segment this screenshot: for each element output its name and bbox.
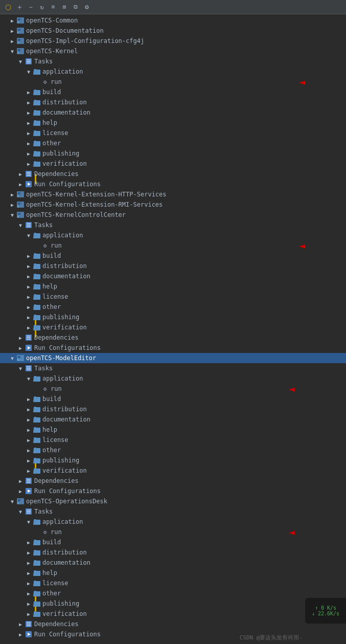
tree-item-openTCS-Documentation[interactable]: ⚙ openTCS-Documentation — [0, 26, 346, 36]
arrow-openTCS-Impl[interactable] — [8, 37, 16, 45]
columns-icon[interactable]: ⊞ — [60, 3, 68, 11]
tree-item-od-application[interactable]: application — [0, 517, 346, 527]
arrow-od-application[interactable] — [25, 518, 33, 526]
tree-item-kcc-dependencies[interactable]: Dependencies — [0, 332, 346, 343]
tree-item-rmi-services[interactable]: ⚙ openTCS-Kernel-Extension-RMI-Services — [0, 199, 346, 210]
arrow-kcc-help[interactable] — [25, 282, 33, 291]
tree-item-me-documentation[interactable]: documentation — [0, 414, 346, 425]
arrow-me-distribution[interactable] — [25, 405, 33, 413]
tree-item-kcc-run-configs[interactable]: Run Configurations — [0, 343, 346, 353]
tree-item-kernel-tasks[interactable]: Tasks — [0, 56, 346, 66]
tree-item-me-other[interactable]: other — [0, 445, 346, 455]
arrow-rmi-services[interactable] — [8, 201, 16, 209]
arrow-kernel-license[interactable] — [25, 129, 33, 137]
tree-item-od-dependencies[interactable]: Dependencies — [0, 619, 346, 629]
arrow-kernel-other[interactable] — [25, 139, 33, 147]
tree-item-kernel-dependencies[interactable]: Dependencies — [0, 169, 346, 179]
tree-item-me-dependencies[interactable]: Dependencies — [0, 476, 346, 486]
arrow-kernel-build[interactable] — [25, 88, 33, 96]
arrow-od-other[interactable] — [25, 589, 33, 597]
add-icon[interactable]: ＋ — [15, 3, 24, 11]
arrow-me-help[interactable] — [25, 426, 33, 434]
arrow-kcc-tasks[interactable] — [16, 221, 25, 229]
tree-item-kcc-distribution[interactable]: distribution — [0, 261, 346, 271]
tree-item-kernel-other[interactable]: other — [0, 138, 346, 148]
arrow-kernel-application[interactable] — [25, 68, 33, 76]
arrow-me-tasks[interactable] — [16, 364, 25, 372]
tree-item-kcc-run[interactable]: run ◄ — [0, 240, 346, 251]
tree-item-kcc-application[interactable]: application — [0, 230, 346, 240]
arrow-me-verification[interactable] — [25, 467, 33, 475]
arrow-od-verification[interactable] — [25, 610, 33, 618]
tree-item-od-tasks[interactable]: Tasks — [0, 506, 346, 517]
tree-item-od-publishing[interactable]: publishing — [0, 598, 346, 609]
tree-item-kernel-run[interactable]: run ◄ — [0, 77, 346, 87]
tree-item-me-verification[interactable]: verification — [0, 465, 346, 476]
align-icon[interactable]: ≡ — [49, 3, 57, 11]
arrow-od-distribution[interactable] — [25, 548, 33, 557]
arrow-kernel-documentation[interactable] — [25, 108, 33, 117]
tree-item-me-distribution[interactable]: distribution — [0, 404, 346, 414]
sync-icon[interactable]: ↻ — [38, 3, 46, 11]
arrow-kernel-dependencies[interactable] — [16, 170, 25, 178]
arrow-me-other[interactable] — [25, 446, 33, 454]
arrow-openTCS-Kernel[interactable] — [8, 47, 16, 55]
tree-item-kernel-application[interactable]: application — [0, 66, 346, 77]
arrow-kcc-run-configs[interactable] — [16, 344, 25, 352]
arrow-kernel-distribution[interactable] — [25, 98, 33, 106]
minus-icon[interactable]: － — [27, 3, 35, 11]
arrow-kcc-other[interactable] — [25, 303, 33, 311]
tree-item-openTCS-Impl-Configuration-cfg4j[interactable]: ⚙ openTCS-Impl-Configuration-cfg4j — [0, 36, 346, 46]
arrow-kcc-license[interactable] — [25, 293, 33, 301]
arrow-kernel-verification[interactable] — [25, 160, 33, 168]
arrow-od-documentation[interactable] — [25, 559, 33, 567]
arrow-me-application[interactable] — [25, 374, 33, 383]
arrow-kernel-help[interactable] — [25, 119, 33, 127]
tree-item-kcc-tasks[interactable]: Tasks — [0, 220, 346, 230]
arrow-model-editor[interactable] — [8, 354, 16, 362]
arrow-ops-desk[interactable] — [8, 497, 16, 505]
arrow-kcc-build[interactable] — [25, 252, 33, 260]
tree-item-me-run-configs[interactable]: Run Configurations — [0, 486, 346, 496]
tree-item-kcc-publishing[interactable]: publishing — [0, 312, 346, 322]
tree-item-kernel-license[interactable]: license — [0, 128, 346, 138]
tree-item-kcc-other[interactable]: other — [0, 302, 346, 312]
arrow-kernel-publishing[interactable] — [25, 149, 33, 158]
arrow-kcc-distribution[interactable] — [25, 262, 33, 270]
tree-item-kernel-build[interactable]: build — [0, 87, 346, 97]
arrow-kcc[interactable] — [8, 211, 16, 219]
arrow-od-help[interactable] — [25, 569, 33, 577]
settings-icon[interactable]: ⚙ — [83, 3, 91, 11]
tree-item-model-editor[interactable]: ⚙ openTCS-ModelEditor — [0, 353, 346, 363]
arrow-kernel-tasks[interactable] — [16, 57, 25, 65]
tree-item-od-documentation[interactable]: documentation — [0, 558, 346, 568]
tree-item-kcc-documentation[interactable]: documentation — [0, 271, 346, 281]
arrow-kcc-dependencies[interactable] — [16, 334, 25, 342]
arrow-od-license[interactable] — [25, 579, 33, 587]
tree-item-ops-desk[interactable]: ⚙ openTCS-OperationsDesk — [0, 496, 346, 506]
tree-item-me-help[interactable]: help — [0, 425, 346, 435]
tree-item-http-services[interactable]: ⚙ openTCS-Kernel-Extension-HTTP-Services — [0, 189, 346, 199]
arrow-kcc-publishing[interactable] — [25, 313, 33, 321]
arrow-od-publishing[interactable] — [25, 599, 33, 608]
tree-item-kernel-distribution[interactable]: distribution — [0, 97, 346, 107]
arrow-od-tasks[interactable] — [16, 507, 25, 516]
arrow-me-documentation[interactable] — [25, 415, 33, 424]
tree-item-me-license[interactable]: license — [0, 435, 346, 445]
tree-item-me-run[interactable]: run ◄ — [0, 384, 346, 394]
tree-item-kcc-license[interactable]: license — [0, 292, 346, 302]
tree-item-me-application[interactable]: application — [0, 373, 346, 384]
tree-item-kcc[interactable]: ⚙ openTCS-KernelControlCenter — [0, 210, 346, 220]
arrow-me-build[interactable] — [25, 395, 33, 403]
tree-item-od-help[interactable]: help — [0, 568, 346, 578]
arrow-me-publishing[interactable] — [25, 456, 33, 464]
arrow-kcc-documentation[interactable] — [25, 272, 33, 280]
tree-item-od-run[interactable]: run ◄ — [0, 527, 346, 537]
arrow-me-license[interactable] — [25, 436, 33, 444]
tree-item-me-publishing[interactable]: publishing — [0, 455, 346, 465]
tree-item-od-distribution[interactable]: distribution — [0, 547, 346, 558]
tree-item-od-other[interactable]: other — [0, 588, 346, 598]
arrow-kcc-application[interactable] — [25, 231, 33, 239]
arrow-kcc-verification[interactable] — [25, 323, 33, 331]
tree-item-kcc-verification[interactable]: verification — [0, 322, 346, 332]
